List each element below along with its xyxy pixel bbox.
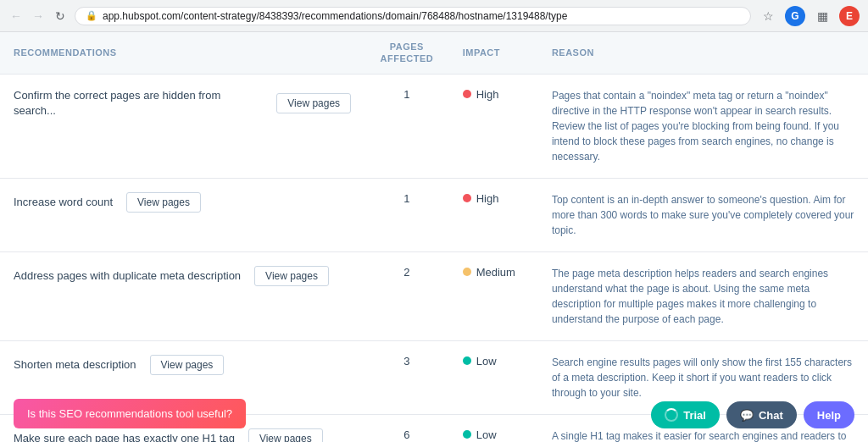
impact-dot-1 (463, 194, 471, 202)
impact-cell-0: High (449, 74, 538, 178)
view-pages-button-4[interactable]: View pages (248, 428, 323, 442)
recommendations-table-container: RECOMMENDATIONS PAGESAFFECTED IMPACT REA… (0, 32, 868, 442)
impact-label-4: Low (476, 428, 497, 441)
star-icon[interactable]: ☆ (758, 6, 778, 26)
impact-dot-4 (463, 430, 471, 439)
trial-spinner-icon (665, 408, 678, 422)
chat-label: Chat (759, 409, 783, 422)
trial-label: Trial (683, 409, 706, 422)
pages-affected-cell-2: 2 (364, 251, 449, 340)
avatar-e[interactable]: E (839, 6, 860, 26)
back-button[interactable]: ← (8, 8, 24, 24)
table-row: Confirm the correct pages are hidden fro… (0, 74, 868, 178)
view-pages-button-0[interactable]: View pages (276, 93, 351, 113)
recommendation-text-0: Confirm the correct pages are hidden fro… (14, 88, 263, 119)
col-header-pages-affected: PAGESAFFECTED (364, 32, 449, 74)
impact-label-2: Medium (476, 266, 515, 279)
recommendation-cell-1: Increase word count View pages (0, 178, 364, 251)
impact-cell-3: Low (449, 340, 538, 414)
trial-button[interactable]: Trial (651, 401, 720, 428)
view-pages-button-2[interactable]: View pages (254, 266, 329, 286)
reason-cell-2: The page meta description helps readers … (538, 251, 868, 340)
impact-dot-3 (463, 356, 471, 365)
avatar-g[interactable]: G (785, 6, 805, 26)
recommendation-text-1: Increase word count (14, 195, 113, 210)
browser-bar: ← → ↻ 🔒 app.hubspot.com/content-strategy… (0, 0, 868, 32)
impact-label-0: High (476, 88, 499, 101)
recommendation-text-3: Shorten meta description (14, 357, 136, 373)
col-header-impact: IMPACT (449, 32, 538, 74)
impact-label-1: High (476, 192, 499, 205)
impact-cell-1: High (449, 178, 538, 251)
reason-cell-1: Top content is an in-depth answer to som… (538, 178, 868, 251)
help-label: Help (817, 409, 841, 422)
lock-icon: 🔒 (86, 10, 97, 21)
url-text: app.hubspot.com/content-strategy/8438393… (103, 10, 740, 22)
table-row: Increase word count View pages 1 High To… (0, 178, 868, 251)
browser-actions: ☆ G ▦ E (758, 6, 860, 26)
feedback-text: Is this SEO recommendations tool useful? (27, 407, 232, 420)
pages-affected-cell-1: 1 (364, 178, 449, 251)
bottom-actions: Trial 💬 Chat Help (651, 401, 854, 428)
refresh-button[interactable]: ↻ (53, 8, 68, 24)
view-pages-button-1[interactable]: View pages (126, 192, 201, 213)
extensions-icon[interactable]: ▦ (812, 6, 832, 26)
col-header-recommendations: RECOMMENDATIONS (0, 32, 364, 74)
col-header-reason: REASON (538, 32, 868, 74)
help-button[interactable]: Help (804, 401, 854, 428)
chat-button[interactable]: 💬 Chat (726, 401, 797, 428)
table-header-row: RECOMMENDATIONS PAGESAFFECTED IMPACT REA… (0, 32, 868, 74)
seo-feedback-banner[interactable]: Is this SEO recommendations tool useful? (14, 399, 246, 428)
impact-dot-2 (463, 268, 471, 276)
impact-label-3: Low (476, 355, 497, 367)
chat-icon: 💬 (740, 409, 754, 422)
impact-dot-0 (463, 90, 471, 98)
pages-affected-cell-0: 1 (364, 74, 449, 178)
table-row: Address pages with duplicate meta descri… (0, 251, 868, 340)
pages-affected-cell-4: 6 (364, 414, 449, 442)
recommendation-text-4: Make sure each page has exactly one H1 t… (14, 431, 235, 443)
view-pages-button-3[interactable]: View pages (150, 355, 225, 375)
impact-cell-2: Medium (449, 251, 538, 340)
forward-button[interactable]: → (31, 8, 46, 24)
reason-cell-0: Pages that contain a "noindex" meta tag … (538, 74, 868, 178)
recommendation-cell-2: Address pages with duplicate meta descri… (0, 251, 364, 340)
recommendation-cell-0: Confirm the correct pages are hidden fro… (0, 74, 364, 178)
pages-affected-cell-3: 3 (364, 340, 449, 414)
impact-cell-4: Low (449, 414, 538, 442)
recommendations-table: RECOMMENDATIONS PAGESAFFECTED IMPACT REA… (0, 32, 868, 442)
recommendation-text-2: Address pages with duplicate meta descri… (14, 268, 241, 284)
address-bar[interactable]: 🔒 app.hubspot.com/content-strategy/84383… (75, 7, 751, 25)
